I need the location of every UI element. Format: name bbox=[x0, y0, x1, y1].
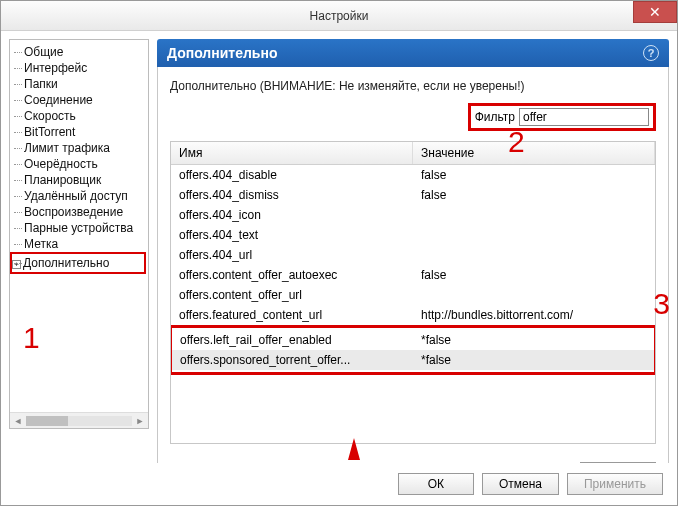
table-row[interactable]: offers.content_offer_autoexecfalse bbox=[171, 265, 655, 285]
tree-item[interactable]: Интерфейс bbox=[12, 60, 148, 76]
ok-button[interactable]: ОК bbox=[398, 473, 474, 495]
tree-item[interactable]: BitTorrent bbox=[12, 124, 148, 140]
filter-label: Фильтр bbox=[475, 110, 515, 124]
cancel-button[interactable]: Отмена bbox=[482, 473, 559, 495]
table-row[interactable]: offers.404_disablefalse bbox=[171, 165, 655, 185]
close-button[interactable]: ✕ bbox=[633, 1, 677, 23]
titlebar: Настройки ✕ bbox=[1, 1, 677, 31]
table-row[interactable]: offers.404_text bbox=[171, 225, 655, 245]
table-row[interactable]: offers.featured_content_urlhttp://bundle… bbox=[171, 305, 655, 325]
expand-icon[interactable]: + bbox=[12, 260, 21, 269]
dialog-footer: ОК Отмена Применить bbox=[1, 463, 677, 505]
tree-item-advanced[interactable]: +Дополнительно bbox=[10, 252, 146, 274]
settings-window: Настройки ✕ Общие Интерфейс Папки Соедин… bbox=[0, 0, 678, 506]
advanced-panel: Дополнительно ? Дополнительно (ВНИМАНИЕ:… bbox=[157, 39, 669, 497]
col-name[interactable]: Имя bbox=[171, 142, 413, 164]
apply-button[interactable]: Применить bbox=[567, 473, 663, 495]
tree-item[interactable]: Лимит трафика bbox=[12, 140, 148, 156]
scroll-left-icon[interactable]: ◄ bbox=[10, 416, 26, 426]
filter-box: Фильтр bbox=[468, 103, 656, 131]
tree-item[interactable]: Парные устройства bbox=[12, 220, 148, 236]
tree-item[interactable]: Метка bbox=[12, 236, 148, 252]
highlighted-rows: offers.left_rail_offer_enabled*false off… bbox=[170, 325, 656, 375]
table-row[interactable]: offers.404_dismissfalse bbox=[171, 185, 655, 205]
tree-item[interactable]: Общие bbox=[12, 44, 148, 60]
arrow-icon bbox=[348, 438, 360, 460]
panel-title: Дополнительно bbox=[167, 45, 277, 61]
table-row[interactable]: offers.content_offer_url bbox=[171, 285, 655, 305]
table-row[interactable]: offers.404_url bbox=[171, 245, 655, 265]
category-tree[interactable]: Общие Интерфейс Папки Соединение Скорост… bbox=[9, 39, 149, 429]
table-row[interactable]: offers.left_rail_offer_enabled*false bbox=[172, 330, 654, 350]
tree-item[interactable]: Удалённый доступ bbox=[12, 188, 148, 204]
tree-item[interactable]: Очерёдность bbox=[12, 156, 148, 172]
help-icon[interactable]: ? bbox=[643, 45, 659, 61]
tree-item[interactable]: Скорость bbox=[12, 108, 148, 124]
settings-table: Имя Значение offers.404_disablefalse off… bbox=[170, 141, 656, 444]
scroll-right-icon[interactable]: ► bbox=[132, 416, 148, 426]
col-value[interactable]: Значение bbox=[413, 142, 655, 164]
tree-item[interactable]: Планировщик bbox=[12, 172, 148, 188]
table-row[interactable]: offers.sponsored_torrent_offer...*false bbox=[172, 350, 654, 370]
tree-scrollbar[interactable]: ◄ ► bbox=[10, 412, 148, 428]
tree-item[interactable]: Воспроизведение bbox=[12, 204, 148, 220]
warning-text: Дополнительно (ВНИМАНИЕ: Не изменяйте, е… bbox=[170, 79, 656, 93]
panel-header: Дополнительно ? bbox=[157, 39, 669, 67]
filter-input[interactable] bbox=[519, 108, 649, 126]
tree-item[interactable]: Соединение bbox=[12, 92, 148, 108]
window-title: Настройки bbox=[310, 9, 369, 23]
table-header: Имя Значение bbox=[171, 142, 655, 165]
tree-item[interactable]: Папки bbox=[12, 76, 148, 92]
table-row[interactable]: offers.404_icon bbox=[171, 205, 655, 225]
